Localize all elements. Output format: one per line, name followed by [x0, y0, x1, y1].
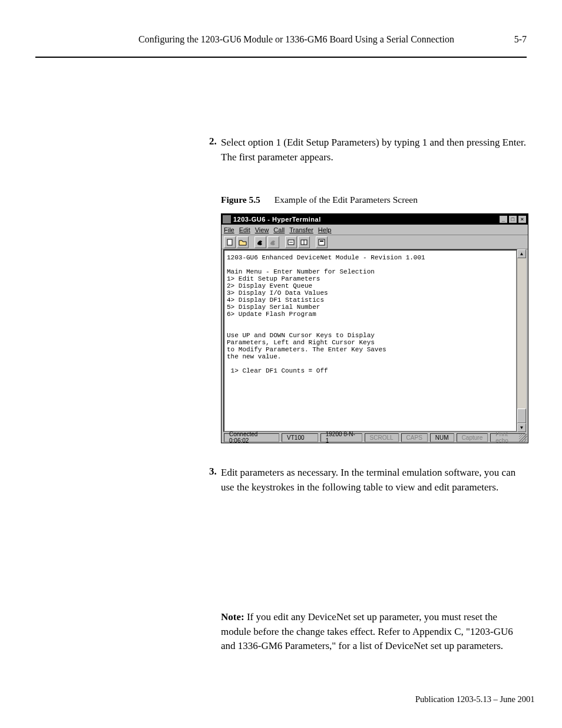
- menu-edit[interactable]: Edit: [239, 226, 250, 233]
- step-3-text: Edit parameters as necessary. In the ter…: [221, 466, 527, 495]
- scroll-up-icon[interactable]: ▲: [517, 249, 526, 258]
- svg-rect-3: [319, 239, 325, 245]
- scroll-thumb[interactable]: [517, 409, 526, 423]
- titlebar[interactable]: 1203-GU6 - HyperTerminal _ □ ×: [222, 214, 528, 225]
- properties-icon[interactable]: [316, 236, 328, 248]
- status-scroll: SCROLL: [365, 433, 399, 442]
- menu-call[interactable]: Call: [273, 226, 285, 233]
- note-block: Note: If you edit any DeviceNet set up p…: [221, 610, 527, 654]
- step-2-text: Select option 1 (Edit Setup Parameters) …: [221, 136, 527, 164]
- scroll-track[interactable]: [517, 258, 526, 423]
- header-rule: [35, 57, 527, 58]
- page-number: 5-7: [514, 34, 527, 45]
- scrollbar[interactable]: ▲ ▼: [517, 249, 526, 432]
- window-title: 1203-GU6 - HyperTerminal: [233, 216, 498, 223]
- disconnect-icon[interactable]: [267, 236, 279, 248]
- status-capture: Capture: [457, 433, 488, 442]
- send-icon[interactable]: [285, 236, 297, 248]
- status-caps: CAPS: [401, 433, 428, 442]
- statusbar: Connected 0:06:02 VT100 19200 8-N-1 SCRO…: [222, 432, 528, 443]
- minimize-button[interactable]: _: [499, 215, 508, 223]
- menu-view[interactable]: View: [255, 226, 269, 233]
- note-text: If you edit any DeviceNet set up paramet…: [221, 611, 513, 651]
- status-emulation: VT100: [282, 433, 318, 442]
- menu-help[interactable]: Help: [318, 226, 332, 233]
- app-icon: [223, 215, 231, 223]
- svg-rect-0: [227, 239, 232, 245]
- step-number-3: 3.: [209, 466, 217, 477]
- terminal-output[interactable]: 1203-GU6 Enhanced DeviceNet Module - Rev…: [223, 249, 517, 432]
- status-num: NUM: [430, 433, 454, 442]
- menu-transfer[interactable]: Transfer: [289, 226, 313, 233]
- figure-title: Example of the Edit Parameters Screen: [275, 195, 418, 205]
- close-button[interactable]: ×: [518, 215, 527, 223]
- note-label: Note:: [221, 611, 244, 622]
- status-connected: Connected 0:06:02: [224, 433, 279, 442]
- hyperterminal-window: 1203-GU6 - HyperTerminal _ □ × File Edit…: [221, 213, 528, 443]
- figure-caption: Figure 5.5 Example of the Edit Parameter…: [221, 195, 418, 205]
- resize-grip-icon[interactable]: [519, 434, 527, 442]
- running-head: Configuring the 1203-GU6 Module or 1336-…: [138, 34, 454, 45]
- svg-rect-4: [320, 241, 323, 242]
- menu-file[interactable]: File: [224, 226, 234, 233]
- terminal-area: 1203-GU6 Enhanced DeviceNet Module - Rev…: [223, 249, 526, 432]
- figure-number: Figure 5.5: [221, 195, 260, 205]
- new-icon[interactable]: [224, 236, 236, 248]
- menubar[interactable]: File Edit View Call Transfer Help: [222, 225, 528, 235]
- status-line: 19200 8-N-1: [320, 433, 362, 442]
- step-number-2: 2.: [209, 136, 217, 147]
- toolbar: [222, 235, 528, 249]
- maximize-button[interactable]: □: [508, 215, 517, 223]
- receive-icon[interactable]: [298, 236, 310, 248]
- open-icon[interactable]: [237, 236, 249, 248]
- publication-footer: Publication 1203-5.13 – June 2001: [415, 694, 535, 704]
- connect-icon[interactable]: [254, 236, 266, 248]
